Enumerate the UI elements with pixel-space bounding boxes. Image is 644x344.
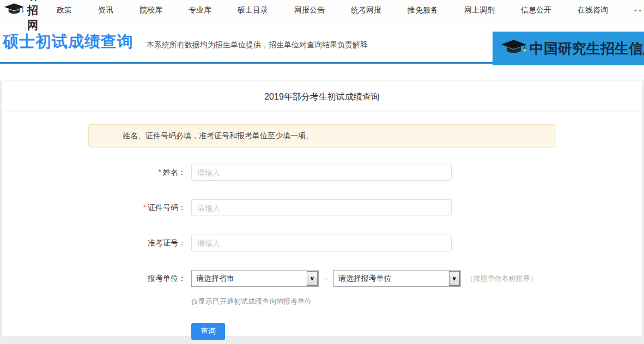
unit-select[interactable]: 请选择报考单位 ∨ [333,270,461,287]
unit-note: 仅显示已开通初试成绩查询的报考单位 [191,297,642,306]
nav-item-online-adjustment[interactable]: 网上调剂 [464,5,495,15]
id-number-input[interactable] [191,199,452,216]
admission-ticket-input[interactable] [191,235,452,251]
nav-item-master-catalog[interactable]: 硕士目录 [238,5,268,15]
province-select-value: 请选择省市 [192,274,306,284]
admission-ticket-label: 准考证号： [2,238,186,248]
nav-menu: 政策 资讯 院校库 专业库 硕士目录 网报公告 统考网报 推免服务 网上调剂 信… [57,5,644,15]
chevron-down-icon[interactable]: ∨ [307,271,318,286]
form-row-name: *姓名： [2,164,642,181]
chevron-down-icon[interactable]: ∨ [449,271,460,286]
form-row-admission-ticket: 准考证号： [2,235,642,251]
nav-item-policy[interactable]: 政策 [57,5,72,15]
page-subtitle: 本系统所有数据均为招生单位提供，招生单位对查询结果负责解释 [147,40,368,50]
logo-text: 研招网 [27,0,39,33]
dash-separator: - [325,274,327,283]
card-title: 2019年部分考生初试成绩查询 [2,81,642,112]
required-asterisk: * [143,203,146,212]
nav-more-dots[interactable]: ••• [634,7,644,15]
query-card: 2019年部分考生初试成绩查询 姓名、证件号码必填，准考证号和报考单位至少填一项… [1,81,643,336]
form-row-unit: 报考单位： 请选择省市 ∨ - 请选择报考单位 ∨ （按照单位名称排序） [2,270,642,287]
sort-hint: （按照单位名称排序） [466,274,537,284]
query-form: *姓名： *证件号码： 准考证号： 报考单位： 请选择省市 ∨ - 请选择报考单… [2,164,642,340]
required-asterisk: * [159,168,161,176]
id-number-label: *证件号码： [2,203,186,213]
name-input[interactable] [191,164,452,181]
nav-item-news[interactable]: 资讯 [98,5,113,15]
banner-site-name: 中国研究生招生信息网 [530,39,644,58]
site-logo[interactable]: 研招网 [4,0,39,33]
nav-item-online-consult[interactable]: 在线咨询 [578,5,608,15]
form-row-id-number: *证件号码： [2,199,642,216]
page-header: 硕士初试成绩查询 本系统所有数据均为招生单位提供，招生单位对查询结果负责解释 中… [0,21,644,64]
nav-item-college-library[interactable]: 院校库 [139,5,162,15]
unit-label: 报考单位： [2,274,186,284]
nav-item-info-disclosure[interactable]: 信息公开 [521,5,551,15]
nav-item-online-report-notice[interactable]: 网报公告 [294,5,325,15]
province-select[interactable]: 请选择省市 ∨ [191,270,319,287]
nav-item-unified-exam[interactable]: 统考网报 [351,5,381,15]
nav-item-major-library[interactable]: 专业库 [189,5,211,15]
site-banner: 中国研究生招生信息网 [493,32,644,65]
graduation-cap-icon [4,3,24,18]
page-title: 硕士初试成绩查询 [3,31,133,53]
name-label: *姓名： [2,168,186,177]
top-nav: 研招网 政策 资讯 院校库 专业库 硕士目录 网报公告 统考网报 推免服务 网上… [0,0,644,21]
content-gap [0,64,644,81]
nav-item-exempt-service[interactable]: 推免服务 [408,5,438,15]
query-button[interactable]: 查询 [191,323,225,340]
graduation-cap-icon [493,39,526,58]
notice-banner: 姓名、证件号码必填，准考证号和报考单位至少填一项。 [88,124,556,148]
unit-select-value: 请选择报考单位 [334,274,448,284]
